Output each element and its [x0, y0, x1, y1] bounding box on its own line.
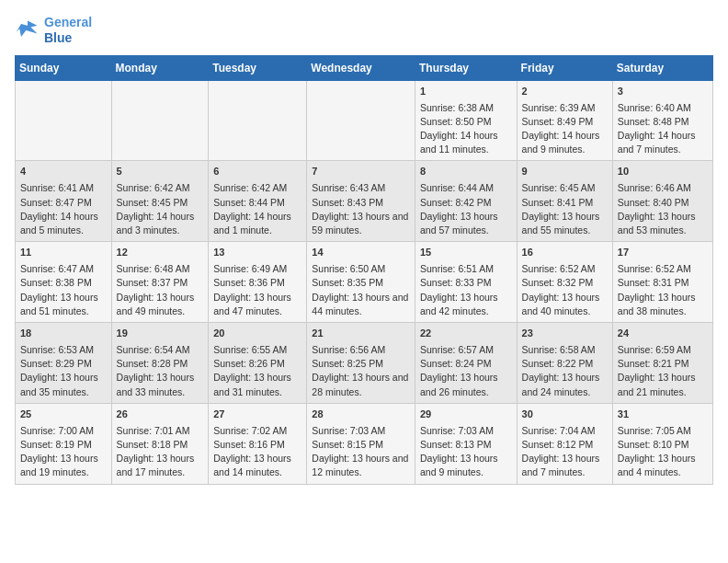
- day-info: Sunset: 8:25 PM: [312, 357, 410, 371]
- calendar-cell: 2Sunrise: 6:39 AMSunset: 8:49 PMDaylight…: [517, 80, 612, 161]
- weekday-header-monday: Monday: [111, 55, 209, 80]
- calendar-cell: 25Sunrise: 7:00 AMSunset: 8:19 PMDayligh…: [16, 403, 112, 484]
- day-info: Daylight: 13 hours and 7 minutes.: [522, 452, 608, 479]
- day-info: Sunset: 8:18 PM: [117, 438, 204, 452]
- day-number: 26: [117, 408, 204, 422]
- day-info: Daylight: 13 hours and 4 minutes.: [618, 452, 708, 479]
- calendar-cell: 29Sunrise: 7:03 AMSunset: 8:13 PMDayligh…: [415, 403, 517, 484]
- day-info: Sunset: 8:42 PM: [420, 196, 512, 210]
- day-info: Sunrise: 6:41 AM: [20, 181, 107, 195]
- day-number: 4: [20, 165, 107, 179]
- day-info: Sunrise: 7:00 AM: [20, 424, 107, 438]
- day-info: Sunrise: 6:55 AM: [213, 343, 301, 357]
- calendar-cell: [16, 80, 112, 161]
- day-info: Sunset: 8:24 PM: [420, 357, 512, 371]
- svg-marker-0: [17, 20, 38, 37]
- week-row-2: 4Sunrise: 6:41 AMSunset: 8:47 PMDaylight…: [16, 161, 713, 242]
- day-info: Sunset: 8:29 PM: [20, 357, 107, 371]
- calendar-cell: 20Sunrise: 6:55 AMSunset: 8:26 PMDayligh…: [209, 323, 307, 404]
- day-info: Sunset: 8:19 PM: [20, 438, 107, 452]
- weekday-header-friday: Friday: [517, 55, 612, 80]
- day-info: Sunrise: 6:58 AM: [522, 343, 608, 357]
- day-info: Sunset: 8:21 PM: [618, 357, 708, 371]
- day-info: Sunset: 8:37 PM: [117, 276, 204, 290]
- day-info: Sunset: 8:28 PM: [117, 357, 204, 371]
- day-info: Daylight: 13 hours and 17 minutes.: [117, 452, 204, 479]
- day-info: Daylight: 13 hours and 59 minutes.: [312, 210, 410, 237]
- day-info: Daylight: 13 hours and 47 minutes.: [213, 291, 301, 318]
- day-info: Daylight: 13 hours and 49 minutes.: [117, 291, 204, 318]
- calendar-cell: 16Sunrise: 6:52 AMSunset: 8:32 PMDayligh…: [517, 242, 612, 323]
- day-number: 28: [312, 408, 410, 422]
- calendar-cell: 10Sunrise: 6:46 AMSunset: 8:40 PMDayligh…: [612, 161, 712, 242]
- day-number: 19: [117, 327, 204, 341]
- day-number: 9: [522, 165, 608, 179]
- day-info: Sunrise: 6:40 AM: [618, 101, 708, 115]
- day-info: Daylight: 13 hours and 19 minutes.: [20, 452, 107, 479]
- day-number: 30: [522, 408, 608, 422]
- calendar-cell: 8Sunrise: 6:44 AMSunset: 8:42 PMDaylight…: [415, 161, 517, 242]
- day-info: Daylight: 13 hours and 57 minutes.: [420, 210, 512, 237]
- calendar-cell: 9Sunrise: 6:45 AMSunset: 8:41 PMDaylight…: [517, 161, 612, 242]
- day-info: Daylight: 13 hours and 21 minutes.: [618, 371, 708, 398]
- calendar-cell: 19Sunrise: 6:54 AMSunset: 8:28 PMDayligh…: [111, 323, 209, 404]
- day-info: Sunset: 8:40 PM: [618, 196, 708, 210]
- day-number: 27: [213, 408, 301, 422]
- day-info: Daylight: 13 hours and 40 minutes.: [522, 291, 608, 318]
- day-number: 3: [618, 85, 708, 99]
- weekday-header-sunday: Sunday: [16, 55, 112, 80]
- calendar-cell: 27Sunrise: 7:02 AMSunset: 8:16 PMDayligh…: [209, 403, 307, 484]
- day-info: Sunset: 8:48 PM: [618, 115, 708, 129]
- day-number: 1: [420, 85, 512, 99]
- day-info: Sunset: 8:22 PM: [522, 357, 608, 371]
- day-info: Daylight: 13 hours and 28 minutes.: [312, 371, 410, 398]
- calendar-cell: 12Sunrise: 6:48 AMSunset: 8:37 PMDayligh…: [111, 242, 209, 323]
- day-number: 2: [522, 85, 608, 99]
- day-info: Daylight: 13 hours and 12 minutes.: [312, 452, 410, 479]
- day-number: 18: [20, 327, 107, 341]
- day-info: Sunset: 8:35 PM: [312, 276, 410, 290]
- day-info: Sunset: 8:33 PM: [420, 276, 512, 290]
- day-info: Daylight: 13 hours and 55 minutes.: [522, 210, 608, 237]
- calendar-cell: 22Sunrise: 6:57 AMSunset: 8:24 PMDayligh…: [415, 323, 517, 404]
- calendar-cell: 1Sunrise: 6:38 AMSunset: 8:50 PMDaylight…: [415, 80, 517, 161]
- page-header: General Blue: [15, 15, 713, 46]
- day-info: Sunset: 8:12 PM: [522, 438, 608, 452]
- calendar-cell: 18Sunrise: 6:53 AMSunset: 8:29 PMDayligh…: [16, 323, 112, 404]
- logo-icon: [15, 17, 40, 43]
- day-number: 11: [20, 246, 107, 260]
- day-info: Sunset: 8:44 PM: [213, 196, 301, 210]
- weekday-header-thursday: Thursday: [415, 55, 517, 80]
- day-number: 24: [618, 327, 708, 341]
- day-info: Sunrise: 6:44 AM: [420, 181, 512, 195]
- day-info: Sunset: 8:41 PM: [522, 196, 608, 210]
- week-row-3: 11Sunrise: 6:47 AMSunset: 8:38 PMDayligh…: [16, 242, 713, 323]
- weekday-header-wednesday: Wednesday: [307, 55, 415, 80]
- calendar-cell: [209, 80, 307, 161]
- logo: General Blue: [15, 15, 92, 46]
- day-info: Daylight: 13 hours and 53 minutes.: [618, 210, 708, 237]
- calendar-cell: [307, 80, 415, 161]
- day-info: Sunrise: 6:54 AM: [117, 343, 204, 357]
- weekday-header-row: SundayMondayTuesdayWednesdayThursdayFrid…: [16, 55, 713, 80]
- day-number: 22: [420, 327, 512, 341]
- day-info: Daylight: 13 hours and 33 minutes.: [117, 371, 204, 398]
- day-info: Sunset: 8:45 PM: [117, 196, 204, 210]
- week-row-4: 18Sunrise: 6:53 AMSunset: 8:29 PMDayligh…: [16, 323, 713, 404]
- calendar-cell: 11Sunrise: 6:47 AMSunset: 8:38 PMDayligh…: [16, 242, 112, 323]
- calendar-cell: 7Sunrise: 6:43 AMSunset: 8:43 PMDaylight…: [307, 161, 415, 242]
- day-info: Sunrise: 6:39 AM: [522, 101, 608, 115]
- day-info: Sunrise: 6:43 AM: [312, 181, 410, 195]
- day-info: Sunrise: 6:50 AM: [312, 262, 410, 276]
- day-info: Sunrise: 6:49 AM: [213, 262, 301, 276]
- day-info: Sunrise: 6:52 AM: [522, 262, 608, 276]
- day-info: Sunrise: 6:51 AM: [420, 262, 512, 276]
- day-info: Sunset: 8:13 PM: [420, 438, 512, 452]
- weekday-header-tuesday: Tuesday: [209, 55, 307, 80]
- day-info: Daylight: 13 hours and 35 minutes.: [20, 371, 107, 398]
- calendar-cell: 30Sunrise: 7:04 AMSunset: 8:12 PMDayligh…: [517, 403, 612, 484]
- calendar-cell: 4Sunrise: 6:41 AMSunset: 8:47 PMDaylight…: [16, 161, 112, 242]
- day-info: Sunset: 8:38 PM: [20, 276, 107, 290]
- day-number: 13: [213, 246, 301, 260]
- day-info: Sunset: 8:10 PM: [618, 438, 708, 452]
